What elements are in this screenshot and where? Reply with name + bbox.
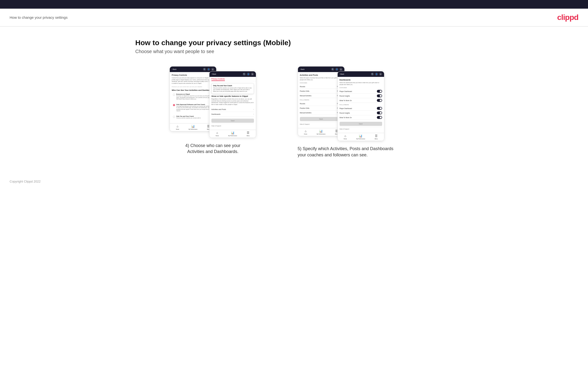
nav-performance[interactable]: 📊 My Performance: [185, 124, 200, 131]
menu-icon-2: ☰: [247, 131, 249, 134]
coaches-drills-row: Practice Drills: [300, 89, 342, 93]
phone4-bottom-nav: ⌂ Home 📊 My Performance ☰ Menu: [338, 133, 384, 141]
option-only-you-desc: Only you and the coaches you connect wit…: [176, 117, 201, 119]
dashboards-chevron-icon: ›: [253, 113, 254, 115]
save-button-3[interactable]: Save: [300, 117, 342, 121]
settings-icon-4[interactable]: ⚙: [379, 73, 382, 76]
phone2-back[interactable]: ‹ Back: [211, 73, 216, 75]
option-everyone[interactable]: Everyone on Clippd Everyone on Clippd ca…: [172, 92, 214, 101]
header: How to change your privacy settings clip…: [0, 9, 588, 27]
phone1-back[interactable]: ‹ Back: [172, 68, 176, 70]
nav-performance-label-2: My Performance: [228, 135, 237, 136]
followers-drills-label: Practice Drills: [300, 107, 310, 109]
home-icon-3: ⌂: [305, 129, 306, 133]
followers-manual-row: Manual Activities: [300, 110, 342, 115]
nav-menu-label-4: Menu: [375, 138, 378, 140]
nav-performance-3[interactable]: 📊 My Performance: [313, 128, 329, 136]
help-support-2: Help & Support: [211, 124, 254, 128]
settings-icon-3[interactable]: ⚙: [339, 68, 342, 71]
phone2-bottom-nav: ⌂ Home 📊 My Performance ☰ Menu: [209, 130, 256, 138]
performance-icon-3: 📊: [319, 129, 323, 133]
nav-home-4[interactable]: ⌂ Home: [338, 133, 353, 141]
save-button-4[interactable]: Save: [340, 122, 382, 126]
phone4-title: Dashboards: [340, 79, 382, 81]
save-button-2[interactable]: Save: [211, 119, 254, 123]
followers-round-insights-toggle[interactable]: [377, 111, 382, 114]
nav-performance-label-4: My Performance: [356, 138, 365, 140]
coaches-rounds-row: Rounds: [300, 84, 342, 89]
caption-4: 4) Choose who can see your Activities an…: [179, 143, 247, 155]
coaches-player-dash-toggle[interactable]: [377, 90, 382, 93]
nav-home-label: Home: [176, 128, 179, 130]
phone4-desc: Select the dashboards that you'd like to…: [340, 82, 382, 85]
page-subtitle: Choose what you want people to see: [135, 49, 453, 54]
activities-posts-row[interactable]: Activities and Posts ›: [211, 107, 254, 112]
option-everyone-label: Everyone on Clippd: [176, 93, 213, 95]
phone2-content: Only You and Your Coach Only you and the…: [209, 81, 256, 130]
phone1-topbar: ‹ Back 🔍 👤 ⚙: [170, 67, 216, 72]
nav-home-2[interactable]: ⌂ Home: [209, 130, 225, 138]
phone-screen-2: ‹ Back 🔍 👤 ⚙ Privacy Controls Onl: [209, 71, 256, 138]
option-approved[interactable]: Only Approved Followers and Your Coach O…: [172, 103, 214, 113]
settings-icon[interactable]: ⚙: [211, 68, 214, 71]
group-right: ‹ Back 🔍 👤 ⚙ Activities and Posts Select…: [298, 66, 453, 158]
phone3-back[interactable]: ‹ Back: [300, 68, 305, 70]
phone4-back[interactable]: ‹ Back: [340, 73, 344, 75]
coaches-drills-label: Practice Drills: [300, 90, 310, 92]
settings-icon-2[interactable]: ⚙: [251, 73, 254, 76]
page-title: How to change your privacy settings (Mob…: [135, 39, 453, 47]
phone4-topbar: ‹ Back 🔍 👤 ⚙: [338, 71, 384, 77]
nav-home-3[interactable]: ⌂ Home: [298, 128, 313, 136]
nav-home-label-4: Home: [344, 138, 347, 140]
privacy-controls-tab[interactable]: Privacy Controls: [211, 78, 225, 81]
coaches-round-insights-toggle[interactable]: [377, 94, 382, 97]
search-icon-3[interactable]: 🔍: [331, 68, 334, 71]
coaches-label: COACHES: [300, 82, 342, 83]
phone1-who-title: Who Can See Your Activities and Dashboar…: [172, 89, 214, 91]
home-icon-4: ⌂: [344, 134, 346, 138]
phone3-icons: 🔍 👤 ⚙: [331, 68, 342, 71]
nav-menu-label-2: Menu: [247, 135, 250, 136]
coaches-what-work-row: What To Work On: [340, 98, 382, 103]
phone3-topbar: ‹ Back 🔍 👤 ⚙: [298, 67, 344, 72]
followers-player-dash-toggle[interactable]: [377, 107, 382, 110]
dashboards-row[interactable]: Dashboards ›: [211, 112, 254, 117]
phone4-icons: 🔍 👤 ⚙: [371, 73, 382, 76]
phone2-tab: Privacy Controls: [209, 77, 256, 81]
profile-icon-4[interactable]: 👤: [375, 73, 378, 76]
radio-everyone[interactable]: [173, 94, 175, 96]
followers-what-work-toggle[interactable]: [377, 116, 382, 119]
radio-only-you[interactable]: [173, 116, 175, 118]
search-icon-2[interactable]: 🔍: [243, 73, 246, 76]
coaches-what-work-toggle[interactable]: [377, 99, 382, 102]
phone4-content: Dashboards Select the dashboards that yo…: [338, 77, 384, 133]
show-hide-title: Show or hide specific features in Clippd: [211, 95, 254, 97]
group-left: ‹ Back 🔍 👤 ⚙ Privacy Controls Control ho…: [135, 66, 291, 155]
option-only-you[interactable]: Only You and Your Coach Only you and the…: [172, 114, 214, 120]
home-icon: ⌂: [177, 125, 178, 128]
nav-menu-2[interactable]: ☰ Menu: [241, 130, 256, 138]
followers-manual-label: Manual Activities: [300, 112, 311, 114]
nav-performance-2[interactable]: 📊 My Performance: [225, 130, 240, 138]
search-icon[interactable]: 🔍: [203, 68, 206, 71]
profile-icon-3[interactable]: 👤: [335, 68, 338, 71]
radio-approved[interactable]: [173, 104, 175, 106]
nav-menu-4[interactable]: ☰ Menu: [368, 133, 384, 141]
followers-label-4: FOLLOWERS: [340, 104, 382, 105]
profile-icon[interactable]: 👤: [207, 68, 210, 71]
nav-home[interactable]: ⌂ Home: [170, 124, 185, 131]
followers-drills-row: Practice Drills: [300, 106, 342, 110]
nav-performance-4[interactable]: 📊 My Performance: [353, 133, 368, 141]
radio-approved-dot: [173, 104, 175, 106]
phone-screen-4: ‹ Back 🔍 👤 ⚙ Dashboards Select the dashb…: [337, 71, 384, 141]
nav-performance-label-3: My Performance: [317, 133, 326, 135]
main-content: How to change your privacy settings (Mob…: [126, 27, 462, 172]
profile-icon-2[interactable]: 👤: [247, 73, 250, 76]
search-icon-4[interactable]: 🔍: [371, 73, 374, 76]
phone-pair-1: ‹ Back 🔍 👤 ⚙ Privacy Controls Control ho…: [170, 66, 256, 138]
performance-icon-4: 📊: [359, 134, 363, 138]
followers-round-insights-label: Round Insights: [340, 112, 350, 114]
followers-player-dash-row: Player Dashboard: [340, 106, 382, 111]
followers-what-work-row: What To Work On: [340, 115, 382, 120]
phone1-text2: However you can control who can see your…: [172, 86, 214, 88]
